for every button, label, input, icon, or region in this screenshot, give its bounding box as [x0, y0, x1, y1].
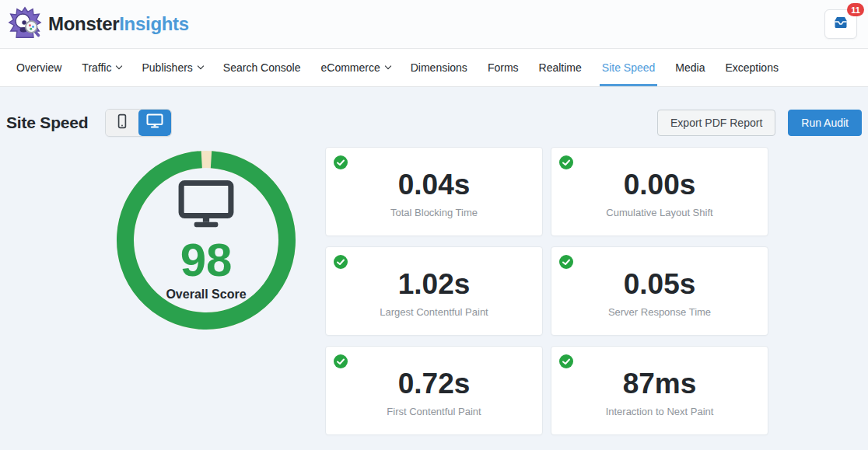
nav-item-publishers[interactable]: Publishers [131, 49, 212, 86]
nav-item-overview[interactable]: Overview [6, 49, 72, 86]
nav-item-label: Site Speed [602, 61, 656, 74]
brand-name-insights: Insights [119, 13, 189, 34]
nav-item-media[interactable]: Media [665, 49, 715, 86]
nav-item-label: Realtime [539, 61, 582, 74]
inbox-icon [831, 13, 850, 35]
gauge-inner: 98 Overall Score [116, 150, 296, 330]
metric-value: 0.72s [398, 369, 471, 399]
metric-card-largest-contentful-paint: 1.02s Largest Contentful Paint [325, 246, 543, 336]
nav-item-label: Media [675, 61, 705, 74]
monster-logo-icon [8, 5, 42, 44]
nav-item-search-console[interactable]: Search Console [213, 49, 311, 86]
metric-label: Interaction to Next Paint [606, 406, 714, 417]
overall-score-gauge: 98 Overall Score [116, 150, 296, 330]
metric-label: Server Response Time [608, 306, 711, 318]
check-circle-icon [559, 354, 573, 368]
device-toggle [105, 109, 172, 137]
metric-label: First Contentful Paint [387, 406, 481, 417]
nav-item-realtime[interactable]: Realtime [529, 49, 592, 86]
nav-item-label: Forms [488, 61, 519, 74]
metric-value: 0.00s [624, 170, 696, 200]
toolbar: Site Speed [6, 109, 862, 137]
metrics-grid: 0.04s Total Blocking Time 0.00s Cumulati… [325, 147, 768, 435]
site-speed-content: Site Speed [0, 87, 868, 435]
chevron-down-icon [116, 63, 122, 69]
mobile-icon [114, 112, 131, 134]
nav-item-traffic[interactable]: Traffic [72, 49, 131, 86]
metric-label: Largest Contentful Paint [380, 306, 488, 318]
nav-item-label: Exceptions [725, 61, 778, 74]
nav-item-label: eCommerce [320, 61, 380, 74]
overall-score-value: 98 [180, 238, 233, 283]
nav-item-site-speed[interactable]: Site Speed [592, 49, 666, 86]
nav-item-label: Publishers [142, 61, 192, 74]
nav-item-dimensions[interactable]: Dimensions [401, 49, 478, 86]
metric-value: 0.04s [398, 170, 471, 200]
overall-score-column: 98 Overall Score [6, 147, 325, 435]
metric-card-total-blocking-time: 0.04s Total Blocking Time [325, 147, 543, 236]
metric-label: Total Blocking Time [390, 207, 478, 218]
page-title: Site Speed [6, 113, 88, 132]
export-pdf-report-button[interactable]: Export PDF Report [657, 110, 775, 136]
chevron-down-icon [384, 63, 390, 69]
main-nav: Overview Traffic Publishers Search Conso… [0, 49, 868, 87]
notifications-wrap: 11 [824, 9, 857, 39]
brand-name-monster: Monster [48, 13, 119, 34]
check-circle-icon [334, 255, 348, 269]
nav-item-ecommerce[interactable]: eCommerce [310, 49, 400, 86]
run-audit-button[interactable]: Run Audit [788, 110, 862, 136]
nav-item-exceptions[interactable]: Exceptions [715, 49, 788, 86]
toggle-mobile-button[interactable] [106, 110, 138, 136]
chevron-down-icon [198, 63, 204, 69]
metric-card-interaction-to-next-paint: 87ms Interaction to Next Paint [551, 346, 768, 435]
metric-label: Cumulative Layout Shift [606, 207, 712, 218]
nav-item-forms[interactable]: Forms [478, 49, 529, 86]
app-header: MonsterInsights 11 [0, 0, 868, 49]
check-circle-icon [559, 155, 573, 169]
nav-item-label: Search Console [223, 61, 301, 74]
metric-card-server-response-time: 0.05s Server Response Time [551, 246, 768, 336]
overall-score-label: Overall Score [166, 288, 246, 302]
check-circle-icon [334, 155, 348, 169]
metric-card-cumulative-layout-shift: 0.00s Cumulative Layout Shift [551, 147, 768, 236]
desktop-icon [145, 113, 164, 133]
metric-value: 87ms [623, 369, 697, 399]
check-circle-icon [334, 354, 348, 368]
report-main: 98 Overall Score 0.04s Total Blocking Ti… [6, 147, 862, 435]
metric-card-first-contentful-paint: 0.72s First Contentful Paint [325, 346, 543, 435]
toggle-desktop-button[interactable] [138, 110, 171, 136]
nav-item-label: Traffic [82, 61, 111, 74]
nav-item-label: Dimensions [411, 61, 467, 74]
desktop-icon [178, 180, 234, 232]
brand-name: MonsterInsights [48, 13, 189, 35]
notification-count-badge[interactable]: 11 [847, 3, 864, 16]
check-circle-icon [559, 255, 573, 269]
nav-item-label: Overview [16, 61, 61, 74]
metric-value: 1.02s [398, 270, 471, 299]
brand-logo: MonsterInsights [8, 5, 189, 44]
metric-value: 0.05s [624, 270, 696, 299]
